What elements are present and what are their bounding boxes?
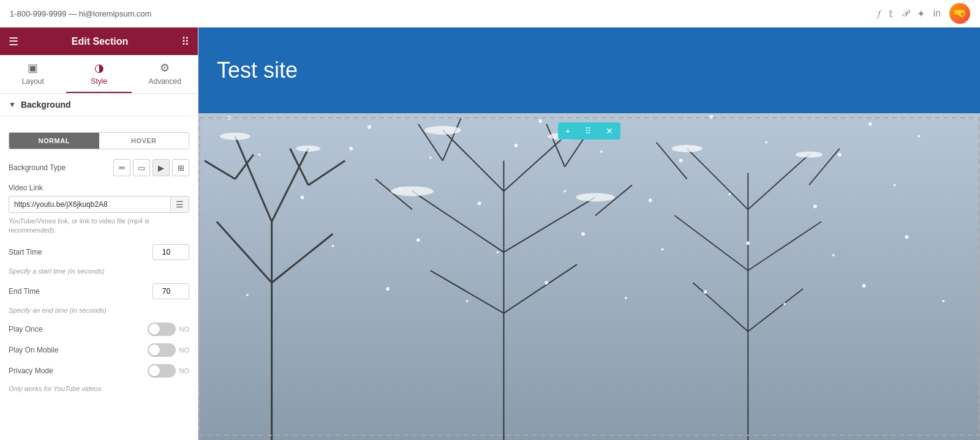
play-on-mobile-row: Play On Mobile NO: [9, 343, 189, 357]
svg-point-57: [813, 204, 817, 208]
svg-point-51: [300, 195, 304, 199]
drag-section-btn[interactable]: ⠿: [578, 122, 598, 140]
svg-point-46: [600, 151, 603, 153]
section-heading: ▼ Background: [0, 94, 198, 116]
svg-point-58: [893, 184, 895, 186]
svg-point-47: [679, 159, 683, 163]
facebook-icon[interactable]: 𝑓: [878, 8, 880, 19]
svg-point-65: [832, 254, 835, 256]
svg-point-64: [746, 241, 750, 245]
play-on-mobile-label: Play On Mobile: [9, 346, 58, 354]
end-time-hint: Specify an end time (in seconds): [9, 307, 189, 314]
svg-point-55: [649, 198, 652, 202]
normal-btn[interactable]: NORMAL: [9, 133, 99, 149]
svg-point-45: [514, 144, 518, 147]
close-section-btn[interactable]: ✕: [598, 122, 620, 140]
normal-hover-toggle: NORMAL HOVER: [9, 132, 189, 149]
svg-point-53: [478, 201, 481, 205]
background-type-icons: ✏ ▭ ▶ ⊞: [113, 159, 189, 176]
pinterest-icon[interactable]: 𝒫: [902, 8, 908, 19]
linkedin-icon[interactable]: in: [933, 8, 941, 19]
privacy-mode-row: Privacy Mode NO: [9, 364, 189, 378]
background-type-row: Background Type ✏ ▭ ▶ ⊞: [9, 159, 189, 176]
sidebar-content: NORMAL HOVER Background Type ✏ ▭ ▶ ⊞ Vid…: [0, 125, 198, 440]
end-time-row: End Time: [9, 283, 189, 299]
svg-point-34: [368, 125, 371, 129]
start-time-hint: Specify a start time (in seconds): [9, 267, 189, 275]
snow-scene-svg: [198, 113, 980, 440]
svg-point-73: [783, 303, 786, 305]
end-time-input[interactable]: [153, 283, 189, 299]
svg-point-63: [662, 248, 664, 250]
play-once-row: Play Once NO: [9, 323, 189, 336]
svg-point-48: [765, 141, 767, 144]
collapse-arrow[interactable]: ▼: [9, 100, 16, 109]
tab-advanced[interactable]: ⚙ Advanced: [132, 55, 198, 93]
video-link-paste-btn[interactable]: ☰: [170, 196, 189, 212]
hover-btn[interactable]: HOVER: [99, 133, 189, 149]
layout-icon: ▣: [28, 61, 38, 75]
privacy-mode-hint: Only works for YouTube videos.: [9, 385, 189, 392]
canvas-video-bg: [198, 113, 980, 440]
privacy-mode-toggle-wrap: NO: [148, 364, 190, 378]
start-time-input[interactable]: [153, 244, 189, 260]
svg-point-54: [564, 190, 566, 192]
type-classic-btn[interactable]: ▭: [133, 159, 150, 176]
svg-point-82: [391, 186, 434, 196]
svg-point-70: [545, 281, 548, 285]
svg-point-56: [728, 193, 731, 195]
canvas-header: Test site: [198, 28, 980, 113]
tab-layout-label: Layout: [22, 77, 44, 86]
svg-point-81: [796, 152, 823, 158]
sidebar-title: Edit Section: [72, 36, 128, 47]
type-color-btn[interactable]: ✏: [113, 159, 130, 176]
play-once-label: Play Once: [9, 325, 42, 334]
privacy-mode-no-label: NO: [179, 367, 190, 375]
svg-point-66: [905, 235, 908, 239]
svg-point-49: [838, 153, 842, 157]
video-link-input-wrap: ☰: [9, 196, 189, 213]
type-video-btn[interactable]: ▶: [153, 159, 170, 176]
privacy-mode-toggle[interactable]: [148, 364, 176, 378]
type-slide-btn[interactable]: ⊞: [172, 159, 189, 176]
video-link-input[interactable]: [9, 196, 170, 212]
start-time-row: Start Time: [9, 244, 189, 260]
start-time-label: Start Time: [9, 248, 42, 256]
tab-style[interactable]: ◑ Style: [66, 55, 132, 93]
contact-info: 1-800-999-9999 — hi@loremipsum.com: [10, 9, 870, 18]
avatar[interactable]: 🤜: [949, 3, 970, 24]
svg-point-43: [349, 147, 353, 151]
svg-point-68: [386, 287, 390, 291]
play-on-mobile-toggle-wrap: NO: [148, 343, 190, 357]
svg-point-76: [220, 133, 251, 140]
social-icons: 𝑓 𝕥 𝒫 ✦ in 🤜: [878, 3, 970, 24]
yelp-icon[interactable]: ✦: [917, 8, 925, 20]
end-time-label: End Time: [9, 287, 40, 296]
svg-point-72: [703, 290, 707, 294]
play-on-mobile-toggle[interactable]: [148, 343, 176, 357]
background-type-label: Background Type: [9, 163, 66, 172]
svg-point-36: [538, 119, 542, 123]
play-once-toggle[interactable]: [148, 323, 176, 336]
svg-point-61: [496, 251, 499, 253]
svg-point-77: [296, 146, 321, 152]
sidebar-tabs: ▣ Layout ◑ Style ⚙ Advanced: [0, 55, 198, 94]
svg-point-50: [918, 135, 920, 138]
sidebar: ☰ Edit Section ⠿ ▣ Layout ◑ Style ⚙ Adva…: [0, 28, 198, 440]
add-section-btn[interactable]: +: [558, 122, 578, 140]
canvas-area: Test site + ⠿ ✕: [198, 28, 980, 440]
svg-point-42: [258, 154, 261, 156]
privacy-mode-label: Privacy Mode: [9, 367, 53, 375]
video-link-label: Video Link: [9, 184, 189, 192]
svg-point-74: [862, 284, 866, 288]
top-bar: 1-800-999-9999 — hi@loremipsum.com 𝑓 𝕥 𝒫…: [0, 0, 980, 28]
tab-advanced-label: Advanced: [148, 77, 181, 86]
section-toolbar: + ⠿ ✕: [558, 122, 620, 140]
tab-layout[interactable]: ▣ Layout: [0, 55, 66, 93]
sidebar-header: ☰ Edit Section ⠿: [0, 28, 198, 55]
site-title: Test site: [217, 58, 298, 83]
twitter-icon[interactable]: 𝕥: [889, 8, 893, 20]
svg-point-69: [466, 300, 469, 302]
grid-icon[interactable]: ⠿: [181, 35, 189, 48]
hamburger-icon[interactable]: ☰: [9, 35, 18, 48]
